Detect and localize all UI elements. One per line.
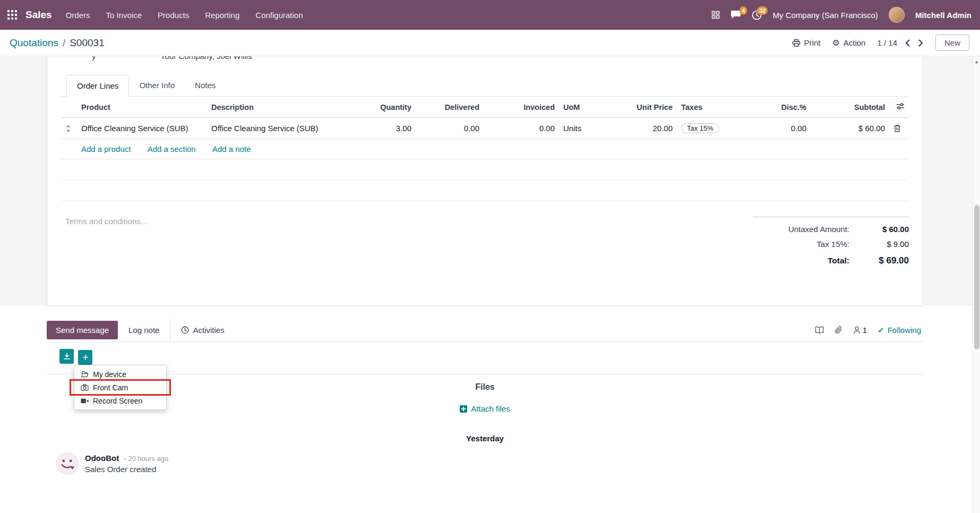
column-header-handle: [61, 97, 77, 118]
column-header-subtotal: Subtotal: [811, 97, 889, 118]
messages-icon[interactable]: 4: [730, 10, 741, 20]
following-label: Following: [888, 326, 921, 335]
control-panel-right: Print ⚙ Action 1 / 14 New: [792, 35, 969, 51]
attach-files-link[interactable]: Attach files: [460, 404, 510, 413]
messages-badge: 4: [740, 6, 747, 15]
send-message-button[interactable]: Send message: [47, 321, 118, 339]
untaxed-row: Untaxed Amount: $ 60.00: [753, 222, 909, 237]
add-links-cell: Add a product Add a section Add a note: [77, 139, 909, 159]
print-button[interactable]: Print: [792, 38, 821, 47]
folder-open-icon: [81, 371, 89, 378]
message-timestamp: - 20 hours ago: [124, 455, 168, 463]
cell-description[interactable]: Office Cleaning Service (SUB): [207, 118, 358, 139]
log-note-button[interactable]: Log note: [118, 321, 170, 339]
files-dropzone: Files Attach files: [47, 374, 923, 415]
action-button[interactable]: ⚙ Action: [832, 38, 865, 48]
paperclip-icon[interactable]: [835, 326, 843, 334]
tab-notes[interactable]: Notes: [185, 75, 226, 97]
attach-buttons-row: + My device Front Cam: [59, 349, 923, 364]
followers-button[interactable]: 1: [853, 326, 867, 335]
activities-button[interactable]: Activities: [170, 321, 235, 339]
delete-line-icon[interactable]: [889, 118, 909, 139]
cell-invoiced[interactable]: 0.00: [484, 118, 559, 139]
control-panel: Quotations / S00031 Print ⚙ Action 1 / 1…: [0, 30, 980, 56]
pager: 1 / 14: [877, 38, 924, 47]
person-icon: [853, 326, 861, 334]
menu-orders[interactable]: Orders: [66, 11, 90, 20]
column-header-product: Product: [77, 97, 207, 118]
plus-icon: +: [83, 353, 88, 362]
cell-product[interactable]: Office Cleaning Service (SUB): [77, 118, 207, 139]
order-line-row: Office Cleaning Service (SUB) Office Cle…: [61, 118, 909, 139]
menu-item-front-cam[interactable]: Front Cam: [74, 381, 166, 394]
column-header-disc: Disc.%: [737, 97, 811, 118]
menu-item-label: Record Screen: [93, 397, 142, 405]
add-product-link[interactable]: Add a product: [81, 144, 131, 153]
drag-handle-icon[interactable]: [61, 118, 77, 139]
menu-reporting[interactable]: Reporting: [205, 11, 239, 20]
cell-disc[interactable]: 0.00: [737, 118, 811, 139]
cell-uom[interactable]: Units: [559, 118, 601, 139]
add-attachment-button[interactable]: +: [78, 350, 92, 365]
company-switcher[interactable]: My Company (San Francisco): [772, 11, 878, 20]
odoobot-avatar: [56, 452, 78, 474]
activities-badge: 32: [757, 6, 768, 15]
breadcrumb-quotations-link[interactable]: Quotations: [10, 37, 58, 49]
tax-pill[interactable]: Tax 15%: [681, 123, 719, 133]
page: Sales Orders To Invoice Products Reporti…: [0, 0, 980, 513]
scrollbar-up-arrow[interactable]: ▲: [973, 56, 980, 64]
column-header-description: Description: [207, 97, 358, 118]
untaxed-value: $ 60.00: [849, 222, 909, 237]
total-row: Total: $ 69.00: [753, 253, 909, 268]
add-section-link[interactable]: Add a section: [148, 144, 196, 153]
tax-row: Tax 15%: $ 9.00: [753, 237, 909, 252]
pager-previous-icon[interactable]: [905, 39, 910, 47]
cell-unit-price[interactable]: 20.00: [601, 118, 677, 139]
video-camera-icon: [81, 398, 89, 404]
menu-item-my-device[interactable]: My device: [74, 367, 166, 381]
add-note-link[interactable]: Add a note: [212, 144, 251, 153]
clock-icon: [181, 326, 189, 334]
upload-dropdown: My device Front Cam Record Screen: [74, 365, 167, 410]
download-tray-icon: [63, 353, 71, 360]
menu-configuration[interactable]: Configuration: [255, 11, 303, 20]
book-icon[interactable]: [815, 326, 824, 334]
upload-file-button[interactable]: [59, 349, 74, 364]
chatter-message: OdooBot - 20 hours ago Sales Order creat…: [56, 452, 923, 474]
cell-subtotal: $ 60.00: [811, 118, 889, 139]
tab-order-lines[interactable]: Order Lines: [66, 75, 129, 97]
following-toggle[interactable]: ✔ Following: [878, 326, 921, 335]
tab-other-info[interactable]: Other Info: [129, 75, 185, 97]
cell-quantity[interactable]: 3.00: [358, 118, 416, 139]
printer-icon: [792, 39, 801, 47]
menu-to-invoice[interactable]: To Invoice: [106, 11, 142, 20]
apps-menu-button[interactable]: [0, 0, 24, 30]
camera-icon: [81, 384, 89, 391]
chatter-topbar-right: 1 ✔ Following: [815, 326, 923, 335]
app-brand[interactable]: Sales: [25, 9, 52, 21]
sheet-bottom: Terms and conditions... Untaxed Amount: …: [61, 217, 909, 268]
scrollbar-thumb[interactable]: [974, 205, 979, 349]
pager-next-icon[interactable]: [918, 39, 924, 47]
systray-grid-icon[interactable]: [711, 11, 720, 19]
terms-placeholder[interactable]: Terms and conditions...: [61, 217, 147, 268]
cell-delivered[interactable]: 0.00: [416, 118, 484, 139]
table-header-row: Product Description Quantity Delivered I…: [61, 97, 909, 118]
menu-products[interactable]: Products: [158, 11, 189, 20]
cell-taxes[interactable]: Tax 15%: [677, 118, 737, 139]
optional-columns-toggle[interactable]: [889, 97, 909, 118]
tax-label: Tax 15%:: [816, 237, 849, 252]
menu-item-record-screen[interactable]: Record Screen: [74, 394, 166, 407]
chatter-topbar: Send message Log note Activities: [47, 319, 923, 342]
empty-row: [61, 159, 909, 180]
new-button[interactable]: New: [935, 35, 969, 51]
user-menu[interactable]: Mitchell Admin: [915, 11, 972, 20]
pager-value[interactable]: 1 / 14: [877, 38, 897, 47]
activities-clock-icon[interactable]: 32: [752, 10, 762, 20]
total-value: $ 69.00: [849, 253, 909, 268]
gear-icon: ⚙: [832, 38, 839, 48]
user-avatar[interactable]: [889, 7, 905, 23]
totals-block: Untaxed Amount: $ 60.00 Tax 15%: $ 9.00 …: [753, 217, 909, 268]
clipped-partner-value[interactable]: Your Company, Joel Willis: [160, 56, 252, 61]
message-author[interactable]: OdooBot: [85, 454, 119, 463]
